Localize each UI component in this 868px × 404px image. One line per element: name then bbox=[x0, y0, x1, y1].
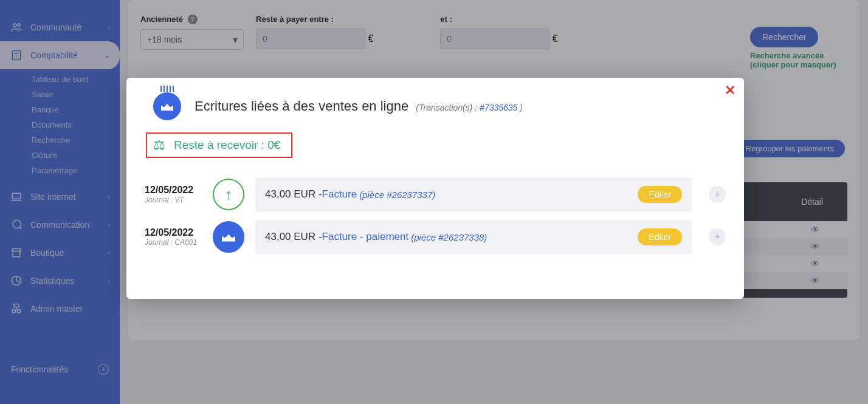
arrow-up-icon: ↑ bbox=[213, 179, 244, 210]
entry-row: 12/05/2022 Journal : CA001 43,00 EUR - F… bbox=[145, 220, 726, 254]
entry-amount: 43,00 EUR - bbox=[265, 188, 322, 200]
balance-text: Reste à recevoir : 0€ bbox=[174, 139, 280, 152]
entry-journal: Journal : CA001 bbox=[145, 238, 202, 247]
entry-meta: 12/05/2022 Journal : CA001 bbox=[145, 227, 202, 247]
crown-icon bbox=[213, 221, 244, 253]
entry-meta: 12/05/2022 Journal : VT bbox=[145, 185, 202, 204]
modal-title: Ecritures liées à des ventes en ligne (T… bbox=[195, 98, 523, 114]
entry-piece[interactable]: (pièce #26237337) bbox=[359, 190, 435, 200]
sub-suffix: ) bbox=[517, 103, 523, 112]
expand-icon[interactable]: + bbox=[709, 186, 726, 203]
entry-piece[interactable]: (pièce #26237338) bbox=[411, 232, 487, 242]
transaction-link[interactable]: #7335635 bbox=[480, 103, 517, 112]
crown-icon bbox=[153, 92, 181, 120]
edit-button[interactable]: Editer bbox=[638, 186, 682, 203]
modal-header: Ecritures liées à des ventes en ligne (T… bbox=[145, 92, 726, 120]
entry-amount: 43,00 EUR - bbox=[265, 231, 322, 243]
transactions-modal: ✕ Ecritures liées à des ventes en ligne … bbox=[126, 78, 744, 299]
edit-button[interactable]: Editer bbox=[638, 228, 682, 245]
entry-row: 12/05/2022 Journal : VT ↑ 43,00 EUR - Fa… bbox=[145, 177, 726, 211]
entry-link[interactable]: Facture bbox=[322, 188, 357, 200]
entry-date: 12/05/2022 bbox=[145, 227, 202, 238]
close-icon[interactable]: ✕ bbox=[725, 83, 735, 98]
sub-prefix: (Transaction(s) : bbox=[416, 103, 480, 112]
balance-highlight: ⚖ Reste à recevoir : 0€ bbox=[146, 132, 292, 158]
modal-subtitle: (Transaction(s) : #7335635 ) bbox=[416, 103, 523, 112]
title-text: Ecritures liées à des ventes en ligne bbox=[195, 98, 408, 114]
expand-icon[interactable]: + bbox=[709, 228, 726, 245]
entry-journal: Journal : VT bbox=[145, 196, 202, 204]
entry-link[interactable]: Facture - paiement bbox=[322, 231, 409, 243]
entry-body: 43,00 EUR - Facture (pièce #26237337) Ed… bbox=[255, 177, 692, 211]
entry-body: 43,00 EUR - Facture - paiement (pièce #2… bbox=[255, 220, 692, 254]
scale-icon: ⚖ bbox=[153, 137, 165, 153]
entry-date: 12/05/2022 bbox=[145, 185, 202, 196]
